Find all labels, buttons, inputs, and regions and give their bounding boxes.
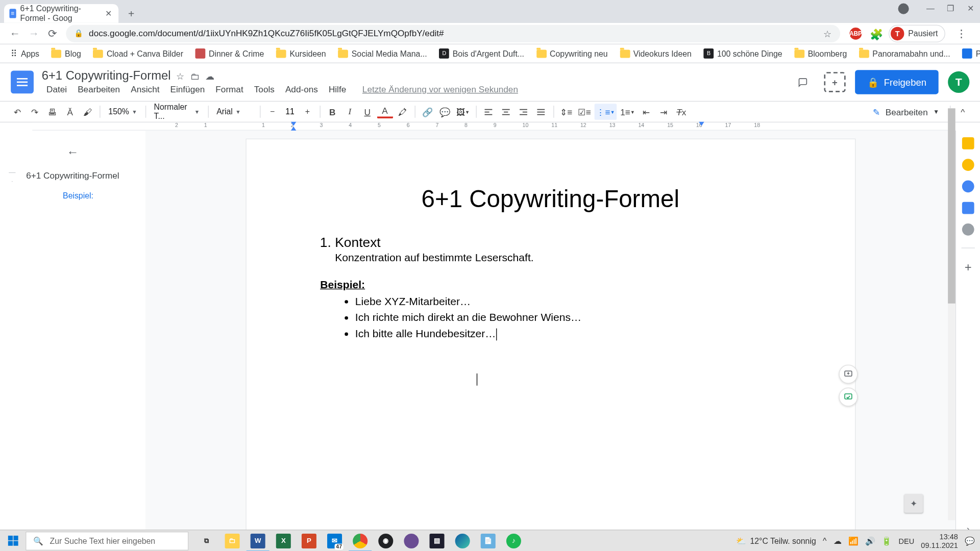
menu-insert[interactable]: Einfügen	[165, 83, 209, 95]
minimize-button[interactable]: —	[921, 0, 940, 17]
bookmark-item[interactable]: Blog	[47, 49, 85, 58]
outline-item[interactable]: Beispiel:	[52, 187, 93, 205]
menu-edit[interactable]: Bearbeiten	[73, 83, 125, 95]
keep-addon-icon[interactable]	[962, 159, 974, 171]
volume-icon[interactable]: 🔊	[865, 536, 875, 545]
bookmark-item[interactable]: Kursideen	[272, 49, 330, 58]
explore-button[interactable]: ✦	[904, 494, 923, 513]
align-center-button[interactable]	[498, 104, 514, 120]
align-right-button[interactable]	[516, 104, 532, 120]
right-indent-marker[interactable]	[699, 122, 704, 126]
document-page[interactable]: 6+1 Copywriting-Formel Kontext Konzentra…	[246, 139, 854, 536]
text-color-button[interactable]: A	[377, 105, 393, 118]
decrease-indent-button[interactable]: ⇤	[638, 104, 654, 120]
get-addons-button[interactable]: +	[965, 260, 972, 274]
spotify-icon[interactable]: ♪	[501, 530, 526, 551]
list-item[interactable]: Liebe XYZ-Mitarbeiter…	[355, 293, 781, 310]
task-view-button[interactable]: ⧉	[194, 530, 219, 551]
contacts-addon-icon[interactable]	[962, 202, 974, 214]
print-button[interactable]: 🖶	[44, 104, 61, 120]
menu-file[interactable]: Datei	[42, 83, 72, 95]
move-doc-icon[interactable]: 🗀	[190, 70, 200, 81]
bookmark-item[interactable]: Bloomberg	[790, 49, 851, 58]
cloud-status-icon[interactable]: ☁	[205, 70, 214, 81]
checklist-button[interactable]: ☑≡	[576, 104, 593, 120]
maps-addon-icon[interactable]	[962, 223, 974, 236]
line-spacing-button[interactable]: ⇕≡	[558, 104, 574, 120]
browser-tab[interactable]: ≡ 6+1 Copywriting-Formel - Goog ✕	[4, 4, 118, 23]
file-explorer-icon[interactable]: 🗀	[219, 530, 245, 551]
bold-button[interactable]: B	[324, 104, 340, 120]
insert-link-button[interactable]: 🔗	[419, 104, 435, 120]
back-button[interactable]: ←	[6, 24, 24, 43]
powerpoint-icon[interactable]: P	[296, 530, 322, 551]
close-window-button[interactable]: ✕	[962, 0, 980, 17]
zoom-dropdown[interactable]: 150%▼	[104, 107, 141, 116]
bookmark-item[interactable]: Dinner & Crime	[191, 48, 268, 59]
scrollbar-thumb[interactable]	[948, 108, 955, 304]
bookmark-item[interactable]: B100 schöne Dinge	[700, 48, 787, 59]
start-button[interactable]	[0, 530, 26, 551]
bookmark-item[interactable]: Social Media Mana...	[334, 49, 431, 58]
account-avatar[interactable]: T	[948, 71, 969, 93]
suggest-edits-button[interactable]	[839, 388, 857, 407]
font-family-dropdown[interactable]: Arial▼	[212, 107, 255, 116]
example-heading[interactable]: Beispiel:	[320, 279, 780, 291]
chrome-icon[interactable]	[348, 530, 373, 551]
align-left-button[interactable]	[480, 104, 497, 120]
chrome-menu-icon[interactable]: ⋮	[953, 27, 970, 40]
docs-logo-icon[interactable]	[11, 70, 34, 93]
first-line-indent-marker[interactable]	[291, 122, 297, 126]
network-icon[interactable]: 📶	[848, 536, 859, 545]
horizontal-ruler[interactable]: 21 123 456 789 101112 131415 161718	[32, 122, 955, 131]
battery-icon[interactable]: 🔋	[881, 536, 892, 545]
bookmark-item[interactable]: DBois d'Argent Duft...	[435, 48, 528, 59]
obs-icon[interactable]: ◉	[373, 530, 399, 551]
last-edit-link[interactable]: Letzte Änderung vor wenigen Sekunden	[358, 83, 523, 95]
menu-view[interactable]: Ansicht	[126, 83, 164, 95]
bookmark-item[interactable]: Panoramabahn und...	[855, 49, 954, 58]
share-button[interactable]: 🔒 Freigeben	[855, 70, 939, 94]
bookmark-star-icon[interactable]: ☆	[823, 28, 832, 39]
collapse-toolbar-button[interactable]: ^	[954, 104, 971, 120]
numbered-list-button[interactable]: 1≡▼	[618, 104, 637, 120]
menu-format[interactable]: Format	[211, 83, 248, 95]
clock[interactable]: 13:48 09.11.2021	[921, 533, 958, 549]
comment-history-icon[interactable]	[792, 70, 815, 93]
close-tab-icon[interactable]: ✕	[105, 9, 112, 18]
tray-overflow-icon[interactable]: ^	[823, 536, 826, 545]
menu-help[interactable]: Hilfe	[324, 83, 351, 95]
weather-widget[interactable]: ⛅ 12°C Teilw. sonnig	[736, 536, 816, 545]
language-indicator[interactable]: DEU	[898, 537, 914, 545]
maximize-button[interactable]: ❐	[941, 0, 960, 17]
highlight-button[interactable]: 🖍	[394, 104, 410, 120]
paragraph-style-dropdown[interactable]: Normaler T...▼	[150, 102, 204, 121]
font-size-input[interactable]: 11	[281, 107, 300, 116]
bulleted-list-button[interactable]: ⋮≡▼	[594, 104, 617, 120]
app-icon[interactable]: ▤	[424, 530, 450, 551]
app-icon[interactable]	[399, 530, 424, 551]
reload-button[interactable]: ⟳	[43, 24, 62, 43]
insert-image-button[interactable]: 🖼▼	[454, 104, 472, 120]
onedrive-icon[interactable]: ☁	[834, 536, 842, 545]
bookmark-item[interactable]: Copywriting neu	[532, 49, 612, 58]
notepad-icon[interactable]: 📄	[475, 530, 501, 551]
doc-title[interactable]: 6+1 Copywriting-Formel	[42, 69, 171, 83]
insert-comment-button[interactable]: 💬	[437, 104, 453, 120]
abp-extension-icon[interactable]: ABP	[850, 27, 862, 39]
apps-shortcut[interactable]: ⠿Apps	[7, 48, 43, 59]
align-justify-button[interactable]	[533, 104, 549, 120]
menu-tools[interactable]: Tools	[250, 83, 280, 95]
list-item[interactable]: Ich bitte alle Hundebesitzer…	[355, 325, 781, 342]
excel-icon[interactable]: X	[271, 530, 296, 551]
list-item[interactable]: Kontext	[335, 235, 780, 250]
clear-formatting-button[interactable]: Tx	[673, 104, 690, 120]
doc-heading-1[interactable]: 6+1 Copywriting-Formel	[320, 185, 780, 213]
spellcheck-button[interactable]: Ă	[62, 104, 78, 120]
profile-button[interactable]: T Pausiert	[889, 24, 945, 42]
edge-icon[interactable]	[450, 530, 475, 551]
paragraph[interactable]: Konzentration auf bestimmte Leserschaft.	[320, 252, 780, 264]
redo-button[interactable]: ↷	[27, 104, 43, 120]
notifications-icon[interactable]: 💬	[965, 536, 975, 545]
editing-mode-dropdown[interactable]: ✎ Bearbeiten ▼	[866, 107, 946, 117]
